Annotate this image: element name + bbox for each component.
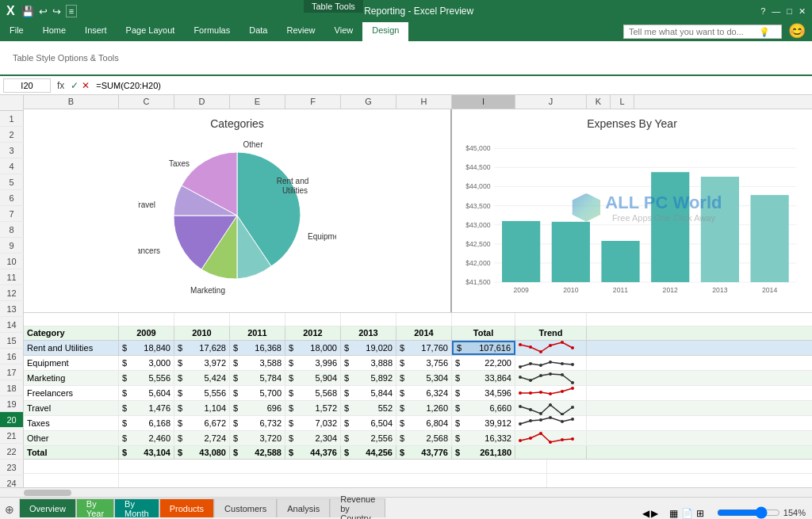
cell-29-B[interactable] [24, 474, 119, 487]
ribbon-search[interactable]: 💡 [623, 25, 782, 39]
cell-20-category[interactable]: Rent and Utilities [24, 341, 119, 355]
formula-checkmark[interactable]: ✓ [71, 80, 79, 91]
cell-20-total[interactable]: $107,616 [452, 341, 515, 355]
scroll-thumb-h[interactable] [24, 490, 71, 496]
redo-icon[interactable]: ↪ [52, 6, 61, 17]
tab-customers[interactable]: Customers [214, 498, 277, 517]
cell-25-total[interactable]: $39,912 [452, 416, 515, 430]
cell-25-2010[interactable]: $6,672 [174, 416, 230, 430]
cell-20-2014[interactable]: $17,760 [396, 341, 452, 355]
cell-27-total[interactable]: $261,180 [452, 446, 515, 460]
normal-view-icon[interactable]: ▦ [669, 508, 678, 519]
cell-23-total[interactable]: $34,596 [452, 386, 515, 400]
tab-revenue-by-country[interactable]: Revenue by Country [330, 498, 385, 517]
undo-icon[interactable]: ↩ [39, 6, 48, 17]
customize-icon[interactable]: ≡ [66, 5, 77, 17]
scroll-right-icon[interactable]: ▶ [651, 508, 658, 519]
col-header-I[interactable]: I [452, 95, 515, 109]
cell-27-2014[interactable]: $43,776 [396, 446, 452, 460]
cell-23-2013[interactable]: $5,844 [341, 386, 396, 400]
page-break-icon[interactable]: ⊞ [696, 508, 704, 519]
cell-26-category[interactable]: Other [24, 431, 119, 445]
add-sheet-button[interactable]: ⊕ [0, 500, 19, 519]
cell-27-category[interactable]: Total [24, 446, 119, 460]
header-category[interactable]: Category [24, 326, 119, 340]
col-header-C[interactable]: C [119, 95, 174, 109]
cell-25-2012[interactable]: $7,032 [285, 416, 341, 430]
cell-18-J[interactable] [515, 313, 587, 326]
cell-27-2013[interactable]: $44,256 [341, 446, 396, 460]
col-header-F[interactable]: F [285, 95, 341, 109]
col-header-K[interactable]: K [587, 95, 611, 109]
cell-21-2013[interactable]: $3,888 [341, 356, 396, 370]
cell-29-rest[interactable] [119, 474, 547, 487]
restore-button[interactable]: □ [787, 6, 792, 16]
cell-26-2010[interactable]: $2,724 [174, 431, 230, 445]
cell-23-2010[interactable]: $5,556 [174, 386, 230, 400]
tab-formulas[interactable]: Formulas [184, 22, 239, 41]
cell-25-2011[interactable]: $6,732 [230, 416, 285, 430]
col-header-B[interactable]: B [24, 95, 119, 109]
tab-view[interactable]: View [325, 22, 363, 41]
tab-page-layout[interactable]: Page Layout [117, 22, 185, 41]
header-2013[interactable]: 2013 [341, 326, 396, 340]
cell-18-D[interactable] [174, 313, 230, 326]
cell-23-2012[interactable]: $5,568 [285, 386, 341, 400]
header-total[interactable]: Total [452, 326, 515, 340]
cell-22-2009[interactable]: $5,556 [119, 371, 174, 385]
cell-23-2011[interactable]: $5,700 [230, 386, 285, 400]
cell-27-2011[interactable]: $42,588 [230, 446, 285, 460]
cell-23-2014[interactable]: $6,324 [396, 386, 452, 400]
cell-22-2013[interactable]: $5,892 [341, 371, 396, 385]
cell-26-2013[interactable]: $2,556 [341, 431, 396, 445]
cell-22-2010[interactable]: $5,424 [174, 371, 230, 385]
cell-18-C[interactable] [119, 313, 174, 326]
header-2010[interactable]: 2010 [174, 326, 230, 340]
cell-24-2011[interactable]: $696 [230, 401, 285, 415]
cell-21-2010[interactable]: $3,972 [174, 356, 230, 370]
cell-26-2011[interactable]: $3,720 [230, 431, 285, 445]
tab-overview[interactable]: Overview [19, 498, 76, 517]
zoom-slider[interactable] [717, 506, 780, 519]
help-icon[interactable]: ? [760, 6, 765, 16]
cell-18-B[interactable] [24, 313, 119, 326]
cell-22-2014[interactable]: $5,304 [396, 371, 452, 385]
cell-21-total[interactable]: $22,200 [452, 356, 515, 370]
formula-cancel[interactable]: ✕ [82, 80, 90, 91]
close-button[interactable]: ✕ [799, 6, 806, 17]
cell-24-2014[interactable]: $1,260 [396, 401, 452, 415]
name-box[interactable] [3, 78, 51, 93]
col-header-G[interactable]: G [341, 95, 396, 109]
cell-18-H[interactable] [396, 313, 452, 326]
search-input[interactable] [629, 27, 756, 36]
horizontal-scrollbar[interactable] [0, 487, 812, 497]
cell-24-category[interactable]: Travel [24, 401, 119, 415]
tab-review[interactable]: Review [277, 22, 324, 41]
cell-25-2009[interactable]: $6,168 [119, 416, 174, 430]
cell-25-2013[interactable]: $6,504 [341, 416, 396, 430]
tab-home[interactable]: Home [33, 22, 75, 41]
cell-24-total[interactable]: $6,660 [452, 401, 515, 415]
page-layout-icon[interactable]: 📄 [681, 508, 693, 519]
cell-27-2012[interactable]: $44,376 [285, 446, 341, 460]
cell-23-2009[interactable]: $5,604 [119, 386, 174, 400]
cell-26-2012[interactable]: $2,304 [285, 431, 341, 445]
cell-20-2010[interactable]: $17,628 [174, 341, 230, 355]
scroll-left-icon[interactable]: ◀ [642, 508, 649, 519]
col-header-D[interactable]: D [174, 95, 230, 109]
cell-20-2013[interactable]: $19,020 [341, 341, 396, 355]
cell-20-2011[interactable]: $16,368 [230, 341, 285, 355]
cell-22-category[interactable]: Marketing [24, 371, 119, 385]
cell-26-2014[interactable]: $2,568 [396, 431, 452, 445]
cell-20-2009[interactable]: $18,840 [119, 341, 174, 355]
header-2014[interactable]: 2014 [396, 326, 452, 340]
tab-design[interactable]: Design [362, 22, 408, 41]
minimize-button[interactable]: — [772, 6, 780, 16]
cell-25-category[interactable]: Taxes [24, 416, 119, 430]
tab-file[interactable]: File [0, 22, 33, 41]
col-header-L[interactable]: L [611, 95, 634, 109]
cell-28-B[interactable] [24, 460, 119, 473]
tab-by-year[interactable]: By Year [76, 498, 114, 517]
header-2011[interactable]: 2011 [230, 326, 285, 340]
cell-21-2011[interactable]: $3,588 [230, 356, 285, 370]
